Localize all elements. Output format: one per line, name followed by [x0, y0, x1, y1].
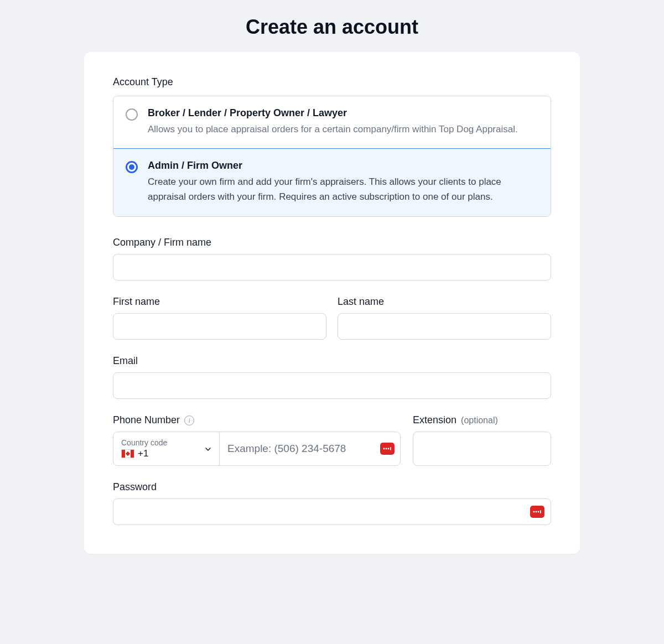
- phone-input-wrap: Country code +1: [113, 432, 401, 466]
- account-type-option-admin[interactable]: Admin / Firm Owner Create your own firm …: [113, 148, 551, 217]
- info-icon[interactable]: i: [184, 416, 194, 425]
- password-label: Password: [113, 481, 551, 493]
- radio-text: Admin / Firm Owner Create your own firm …: [148, 160, 538, 204]
- first-name-label: First name: [113, 296, 326, 308]
- password-input[interactable]: [113, 498, 551, 525]
- radio-unchecked-icon: [126, 108, 138, 121]
- company-field: Company / Firm name: [113, 237, 551, 281]
- svg-point-6: [538, 511, 540, 513]
- option-title: Broker / Lender / Property Owner / Lawye…: [148, 107, 518, 119]
- option-description: Create your own firm and add your firm's…: [148, 175, 538, 204]
- svg-point-0: [383, 448, 385, 450]
- account-type-option-broker[interactable]: Broker / Lender / Property Owner / Lawye…: [113, 96, 551, 149]
- country-code-select[interactable]: Country code +1: [113, 432, 220, 465]
- phone-label: Phone Number i: [113, 414, 401, 426]
- canada-flag-icon: [121, 449, 134, 458]
- chevron-down-icon: [204, 445, 211, 453]
- last-name-input[interactable]: [338, 313, 551, 340]
- phone-field: Phone Number i Country code +1: [113, 414, 401, 466]
- svg-point-2: [388, 448, 390, 450]
- last-name-label: Last name: [338, 296, 551, 308]
- option-title: Admin / Firm Owner: [148, 160, 538, 172]
- radio-text: Broker / Lender / Property Owner / Lawye…: [148, 107, 518, 137]
- account-type-label: Account Type: [113, 76, 551, 88]
- account-type-radio-group: Broker / Lender / Property Owner / Lawye…: [113, 96, 551, 217]
- password-manager-icon[interactable]: [380, 443, 395, 455]
- option-description: Allows you to place appraisal orders for…: [148, 122, 518, 137]
- last-name-field: Last name: [338, 296, 551, 340]
- extension-label: Extension (optional): [413, 414, 551, 426]
- signup-card: Account Type Broker / Lender / Property …: [84, 52, 580, 554]
- phone-label-text: Phone Number: [113, 414, 180, 426]
- svg-point-1: [386, 448, 387, 450]
- password-field: Password: [113, 481, 551, 525]
- email-label: Email: [113, 355, 551, 367]
- extension-optional-hint: (optional): [461, 416, 498, 425]
- radio-checked-icon: [126, 161, 138, 173]
- svg-point-5: [536, 511, 537, 513]
- phone-input[interactable]: [220, 432, 380, 465]
- extension-label-text: Extension: [413, 414, 456, 426]
- page-title: Create an account: [0, 0, 664, 52]
- svg-rect-3: [390, 447, 391, 450]
- company-input[interactable]: [113, 254, 551, 281]
- extension-field: Extension (optional): [413, 414, 551, 466]
- first-name-input[interactable]: [113, 313, 326, 340]
- email-field: Email: [113, 355, 551, 399]
- svg-point-4: [533, 511, 535, 513]
- email-input[interactable]: [113, 372, 551, 399]
- first-name-field: First name: [113, 296, 326, 340]
- country-code-label: Country code: [121, 438, 167, 447]
- company-label: Company / Firm name: [113, 237, 551, 248]
- password-manager-icon[interactable]: [530, 506, 544, 518]
- svg-rect-7: [540, 510, 541, 513]
- extension-input[interactable]: [413, 432, 551, 466]
- country-code-value: +1: [138, 448, 148, 459]
